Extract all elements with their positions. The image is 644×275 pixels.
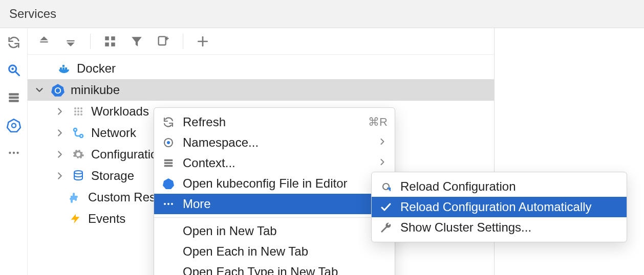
svg-point-1 (11, 67, 14, 70)
chevron-right-icon (377, 135, 388, 150)
services-toolbar (28, 28, 494, 55)
tree-node-label: Events (88, 212, 125, 226)
menu-item-reload-config[interactable]: Reload Configuration (372, 176, 627, 197)
panel-title: Services (0, 0, 644, 28)
menu-item-label: Refresh (183, 115, 226, 129)
svg-point-53 (383, 184, 389, 190)
network-icon (71, 125, 86, 141)
group-by-icon[interactable] (101, 32, 119, 51)
expand-all-icon[interactable] (35, 32, 53, 51)
puzzle-icon (68, 190, 83, 205)
menu-item-label: Show Cluster Settings... (400, 220, 531, 235)
context-icon (161, 156, 176, 170)
menu-separator (154, 217, 395, 218)
svg-point-37 (74, 113, 76, 116)
svg-rect-3 (9, 93, 19, 95)
svg-rect-27 (65, 67, 67, 70)
events-icon (68, 211, 83, 226)
check-icon (379, 200, 393, 214)
svg-point-8 (9, 152, 11, 154)
svg-marker-29 (51, 84, 65, 97)
menu-item-label: More (183, 197, 211, 211)
add-service-icon[interactable] (194, 32, 212, 51)
menu-item-open-new-tab[interactable]: Open in New Tab (154, 221, 395, 241)
svg-marker-19 (132, 37, 142, 46)
svg-rect-17 (105, 42, 109, 47)
menu-item-label: Open Each in New Tab (183, 244, 308, 259)
toolbar-separator (90, 34, 91, 49)
svg-point-39 (80, 113, 82, 116)
svg-point-51 (167, 203, 169, 205)
svg-rect-47 (164, 162, 173, 164)
menu-item-label: Open in New Tab (183, 224, 277, 238)
menu-item-label: Open kubeconfig File in Editor (183, 176, 348, 191)
menu-item-open-kubeconfig[interactable]: Open kubeconfig File in Editor (154, 173, 395, 194)
svg-point-50 (164, 203, 166, 205)
chevron-right-icon[interactable] (54, 106, 66, 117)
svg-rect-28 (62, 65, 65, 67)
svg-rect-4 (9, 97, 19, 99)
menu-item-open-each-new-tab[interactable]: Open Each in New Tab (154, 241, 395, 262)
collapse-all-icon[interactable] (61, 32, 80, 51)
svg-point-52 (171, 203, 173, 205)
run-config-icon[interactable] (154, 32, 173, 51)
menu-item-context[interactable]: Context... (154, 153, 395, 173)
context-submenu: Reload Configuration Reload Configuratio… (371, 172, 627, 242)
tree-node-label: Network (91, 126, 136, 140)
menu-item-label: Reload Configuration (400, 179, 516, 194)
svg-marker-49 (163, 178, 174, 189)
server-icon[interactable] (5, 88, 23, 107)
chevron-right-icon[interactable] (54, 149, 66, 160)
menu-item-refresh[interactable]: Refresh ⌘R (154, 112, 395, 132)
svg-rect-13 (67, 40, 74, 41)
kubernetes-rail-icon[interactable] (5, 116, 23, 134)
svg-rect-16 (111, 36, 115, 40)
kubernetes-icon (50, 82, 66, 98)
svg-marker-43 (71, 214, 80, 223)
gear-icon (71, 147, 86, 162)
menu-item-label: Namespace... (183, 135, 259, 150)
chevron-right-icon (377, 156, 388, 170)
svg-rect-48 (164, 165, 173, 167)
workloads-icon (71, 104, 86, 119)
chevron-right-icon[interactable] (54, 127, 66, 139)
svg-point-10 (16, 152, 18, 154)
wrench-icon (379, 220, 393, 235)
menu-item-label: Open Each Type in New Tab (183, 265, 338, 275)
svg-marker-6 (7, 119, 20, 132)
left-rail (0, 28, 28, 275)
toolbar-separator (183, 34, 183, 49)
tree-node-minikube[interactable]: minikube (28, 79, 494, 101)
menu-item-cluster-settings[interactable]: Show Cluster Settings... (372, 217, 627, 238)
svg-point-36 (80, 110, 82, 112)
svg-rect-46 (164, 159, 173, 162)
svg-marker-11 (40, 36, 48, 40)
tree-node-label: Workloads (91, 104, 149, 119)
menu-item-label: Context... (183, 156, 235, 170)
svg-rect-15 (105, 36, 109, 40)
svg-point-7 (11, 124, 15, 128)
refresh-icon (161, 115, 176, 129)
menu-item-open-each-type-new-tab[interactable]: Open Each Type in New Tab (154, 262, 395, 275)
svg-line-2 (15, 72, 19, 76)
refresh-icon[interactable] (5, 33, 23, 52)
svg-rect-26 (62, 67, 65, 70)
tree-node-label: Storage (91, 169, 134, 183)
svg-point-35 (77, 110, 79, 112)
menu-shortcut: ⌘R (368, 116, 388, 129)
more-dots-icon (161, 197, 176, 211)
menu-item-label: Reload Configuration Automatically (400, 200, 592, 214)
chevron-down-icon[interactable] (34, 84, 45, 96)
menu-item-reload-config-auto[interactable]: Reload Configuration Automatically (372, 197, 627, 217)
chevron-right-icon[interactable] (54, 170, 66, 181)
storage-icon (71, 168, 86, 184)
tree-node-docker[interactable]: Docker (28, 58, 494, 79)
search-icon[interactable] (5, 61, 23, 79)
more-dots-icon[interactable] (5, 144, 23, 162)
kubernetes-icon (161, 176, 176, 191)
svg-point-38 (77, 113, 79, 116)
menu-item-namespace[interactable]: Namespace... (154, 132, 395, 153)
filter-icon[interactable] (127, 32, 146, 51)
svg-rect-5 (9, 100, 19, 102)
menu-item-more[interactable]: More (154, 194, 395, 214)
